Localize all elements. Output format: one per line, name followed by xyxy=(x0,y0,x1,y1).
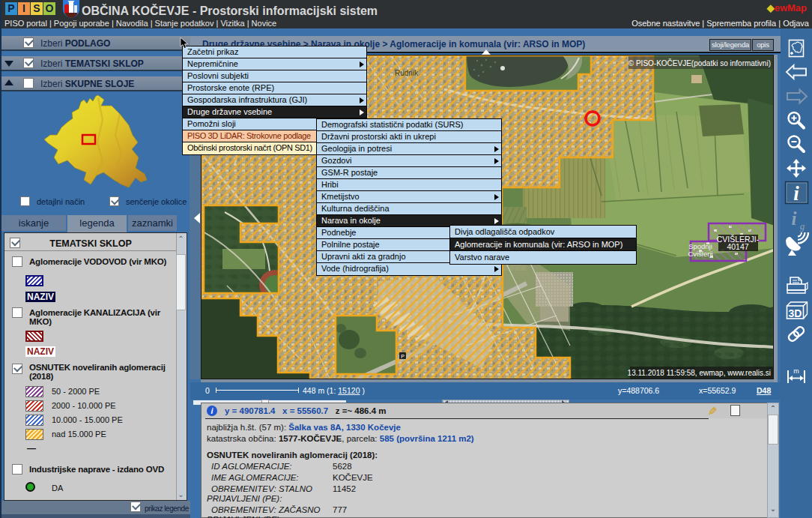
svg-text:3D: 3D xyxy=(789,307,802,319)
svg-text:13.11.2018 11:59:58, ewmap, ww: 13.11.2018 11:59:58, ewmap, www.realis.s… xyxy=(628,369,771,377)
svg-text:© PISO-KOČEVJE(podatki so info: © PISO-KOČEVJE(podatki so informativni) xyxy=(628,58,771,67)
svg-text:g: g xyxy=(800,220,805,232)
svg-text:m: m xyxy=(793,367,799,375)
svg-text:i: i xyxy=(792,208,797,229)
svg-text:Cvišlerji: Cvišlerji xyxy=(688,250,712,258)
svg-text:i: i xyxy=(793,182,799,205)
svg-text:40147: 40147 xyxy=(727,242,748,251)
svg-text:P: P xyxy=(401,354,405,359)
svg-text:Rudnik: Rudnik xyxy=(395,69,419,77)
